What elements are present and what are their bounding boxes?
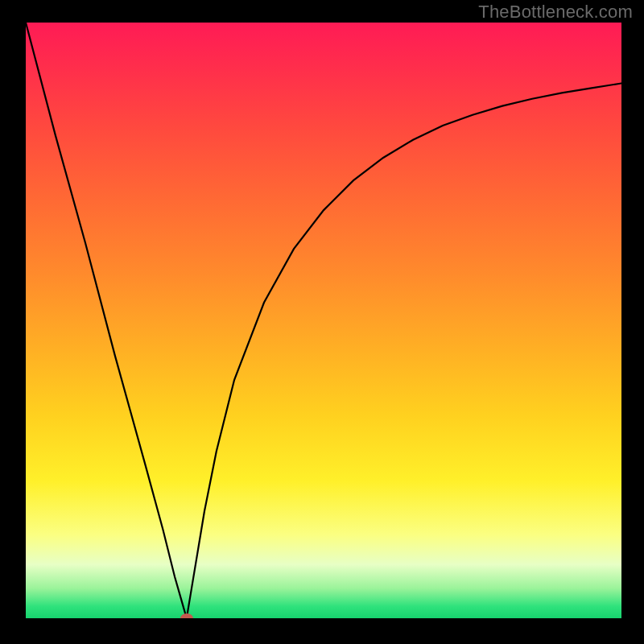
bottleneck-curve [26,23,621,618]
vertex-marker [180,613,193,618]
watermark-text: TheBottleneck.com [478,2,633,23]
curve-left-limb [26,23,187,618]
curve-right-limb [187,83,621,618]
chart-stage: TheBottleneck.com [0,0,644,644]
plot-area [26,23,621,618]
